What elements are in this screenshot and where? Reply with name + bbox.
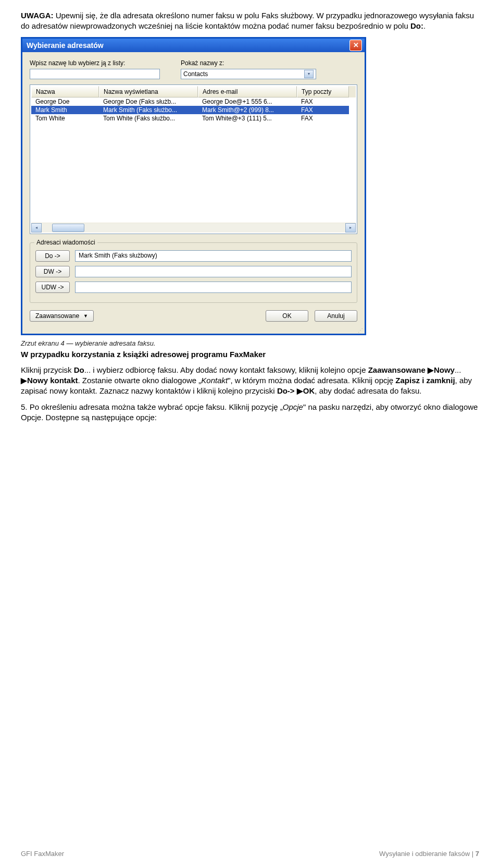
recipients-group-title: Adresaci wiadomości [34, 239, 97, 246]
contacts-list[interactable]: Nazwa Nazwa wyświetlana Adres e-mail Typ… [30, 84, 357, 234]
warning-paragraph: UWAGA: Upewnij się, że dla adresata okre… [21, 10, 479, 32]
footer-section: Wysyłanie i odbieranie faksów [379, 850, 470, 858]
resize-grip-icon[interactable]: ⋰ [22, 329, 365, 334]
list-header: Nazwa Nazwa wyświetlana Adres e-mail Typ… [31, 86, 356, 97]
col-type[interactable]: Typ poczty [297, 86, 349, 97]
footer-page-number: 7 [476, 850, 479, 858]
screenshot-caption: Zrzut ekranu 4 — wybieranie adresata fak… [21, 339, 479, 347]
table-row[interactable]: Mark SmithMark Smith (Faks służbo...Mark… [31, 106, 356, 114]
bcc-field[interactable] [75, 282, 352, 293]
chevron-down-icon: ▼ [83, 313, 88, 319]
scroll-thumb[interactable] [52, 224, 84, 232]
footer-left: GFI FaxMaker [21, 850, 64, 858]
to-field[interactable]: Mark Smith (Faks służbowy) [75, 250, 352, 262]
scroll-right-icon[interactable]: ▸ [345, 223, 356, 233]
titlebar: Wybieranie adresatów ✕ [22, 39, 365, 52]
bcc-button[interactable]: UDW -> [35, 282, 70, 293]
advanced-button[interactable]: Zaawansowane ▼ [30, 310, 94, 322]
horizontal-scrollbar[interactable]: ◂ ▸ [31, 223, 356, 233]
instruction-paragraph-2: 5. Po określeniu adresata można także wy… [21, 402, 479, 423]
chevron-down-icon: ▾ [304, 70, 314, 78]
col-email[interactable]: Adres e-mail [198, 86, 297, 97]
col-name[interactable]: Nazwa [31, 86, 99, 97]
table-row[interactable]: George DoeGeorge Doe (Faks służb...Georg… [31, 97, 356, 106]
dialog-window: Wybieranie adresatów ✕ Wpisz nazwę lub w… [21, 37, 366, 335]
ok-button[interactable]: OK [266, 310, 308, 322]
combo-value: Contacts [183, 70, 208, 78]
name-input-label: Wpisz nazwę lub wybierz ją z listy: [30, 59, 160, 67]
warning-prefix: UWAGA: [21, 11, 54, 20]
table-row[interactable]: Tom WhiteTom White (Faks służbo...Tom Wh… [31, 114, 356, 123]
show-names-label: Pokaż nazwy z: [181, 59, 316, 67]
cc-button[interactable]: DW -> [35, 266, 70, 277]
instruction-paragraph-1: Kliknij przycisk Do... i wybierz odbiorc… [21, 365, 479, 397]
cancel-button[interactable]: Anuluj [315, 310, 357, 322]
name-input[interactable] [30, 69, 160, 79]
scroll-left-icon[interactable]: ◂ [31, 223, 42, 233]
dialog-title: Wybieranie adresatów [27, 41, 104, 50]
to-button[interactable]: Do -> [35, 250, 70, 262]
close-icon[interactable]: ✕ [349, 40, 362, 51]
subheading: W przypadku korzystania z książki adreso… [21, 349, 479, 360]
cc-field[interactable] [75, 266, 352, 277]
page-footer: GFI FaxMaker Wysyłanie i odbieranie faks… [21, 850, 479, 858]
show-names-combo[interactable]: Contacts ▾ [181, 69, 316, 79]
recipients-group: Adresaci wiadomości Do -> Mark Smith (Fa… [30, 242, 357, 303]
col-display-name[interactable]: Nazwa wyświetlana [99, 86, 198, 97]
